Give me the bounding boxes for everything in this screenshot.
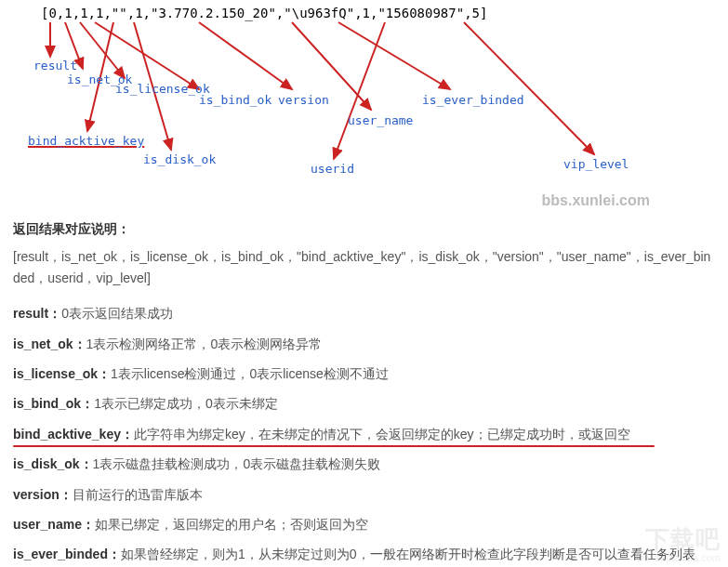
label-result: result [33,59,77,73]
label-userid: userid [311,162,354,176]
label-vip-level: vip_level [563,157,629,171]
array-literal: [0,1,1,1,"",1,"3.770.2.150_20","\u963fQ"… [41,6,487,20]
row-is-net-ok: is_net_ok：1表示检测网络正常，0表示检测网络异常 [13,332,715,356]
doc-array-line: [result，is_net_ok，is_license_ok，is_bind_… [13,246,715,288]
label-version: version [278,93,329,107]
row-is-bind-ok: is_bind_ok：1表示已绑定成功，0表示未绑定 [13,391,715,415]
svg-line-8 [338,22,450,89]
array-diagram: [0,1,1,1,"",1,"3.770.2.150_20","\u963fQ"… [13,6,715,196]
doc-heading: 返回结果对应说明： [13,218,715,239]
svg-line-9 [334,22,385,159]
row-bind-acktive-key: bind_acktive_key：此字符串为绑定key，在未绑定的情况下，会返回… [13,422,715,446]
label-is-disk-ok: is_disk_ok [143,152,216,166]
label-is-license-ok: is_license_ok [115,82,210,96]
svg-line-10 [464,22,594,154]
row-is-license-ok: is_license_ok：1表示license检测通过，0表示license检… [13,362,715,386]
row-is-disk-ok: is_disk_ok：1表示磁盘挂载检测成功，0表示磁盘挂载检测失败 [13,452,715,476]
label-user-name: user_name [348,113,413,127]
label-is-bind-ok: is_bind_ok [199,93,271,107]
row-user-name: user_name：如果已绑定，返回绑定的用户名；否则返回为空 [13,512,715,536]
doc-body: 返回结果对应说明： [result，is_net_ok，is_license_o… [13,218,715,567]
svg-line-6 [199,22,292,89]
label-bind-acktive-key: bind_acktive_key [28,134,144,148]
row-is-ever-binded: is_ever_binded：如果曾经绑定，则为1，从未绑定过则为0，一般在网络… [13,542,715,566]
row-result: result：0表示返回结果成功 [13,301,715,325]
row-version: version：目前运行的迅雷库版本 [13,482,715,507]
svg-line-2 [80,22,125,78]
label-is-ever-binded: is_ever_binded [422,93,524,107]
